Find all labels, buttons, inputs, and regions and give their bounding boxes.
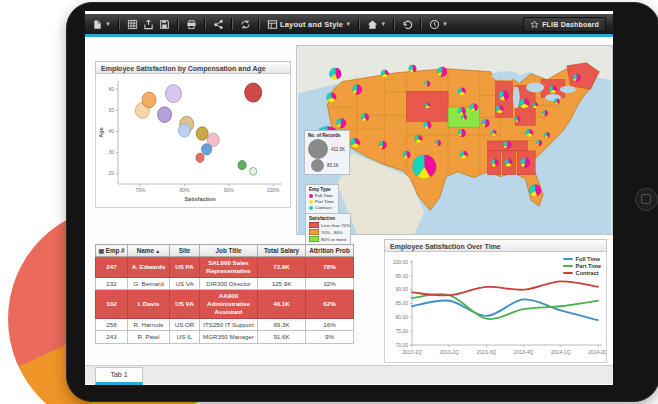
table-cell-emp[interactable]: 258: [96, 318, 128, 331]
legend-swatch: [563, 265, 573, 267]
legend-swatch: [309, 200, 313, 204]
legend-label: Full Time: [576, 256, 600, 262]
table-cell-emp[interactable]: 243: [96, 331, 128, 344]
toolbar-divider: [118, 18, 120, 30]
legend-entry: 80% or more: [309, 236, 347, 242]
table-cell-attrition[interactable]: 32%: [306, 277, 354, 290]
dashboard-name-label: FLIB Dashboard: [542, 21, 599, 28]
bubble-data-point[interactable]: [196, 127, 208, 140]
tablet-device: ▼: [66, 2, 658, 402]
bubble-data-point[interactable]: [165, 85, 181, 103]
undo-button[interactable]: [402, 19, 413, 30]
table-cell-job[interactable]: AA900 Administrative Assistant: [200, 290, 258, 318]
table-cell-salary[interactable]: 91.6K: [258, 331, 306, 344]
table-cell-job[interactable]: SAL600 Sales Representative: [200, 257, 258, 278]
legend-entry: Full Time: [309, 193, 335, 198]
table-cell-salary[interactable]: 46.1K: [258, 290, 306, 318]
table-row[interactable]: 232G. BernardUS VADIR300 Director125.9K3…: [96, 277, 354, 290]
svg-text:95.00: 95.00: [395, 273, 408, 279]
chevron-down-icon: ▼: [442, 21, 448, 27]
table-header-row[interactable]: ▦ Emp #Name ▲SiteJob TitleTotal SalaryAt…: [96, 245, 354, 257]
line-chart-title: Employee Satisfaction Over Time: [384, 239, 607, 252]
table-header-cell[interactable]: ▦ Emp #: [96, 245, 128, 257]
table-cell-name[interactable]: I. Davis: [128, 290, 170, 318]
dashboard-canvas: Employee Satisfaction by Compensation an…: [85, 37, 613, 385]
table-cell-site[interactable]: US PA: [170, 257, 200, 278]
table-cell-salary[interactable]: 69.3K: [258, 318, 306, 331]
svg-text:Satisfaction: Satisfaction: [184, 196, 216, 202]
bubble-data-point[interactable]: [238, 161, 246, 170]
line-series-part-time[interactable]: [412, 294, 598, 319]
table-header-cell[interactable]: Total Salary: [258, 245, 306, 257]
print-button[interactable]: [186, 19, 197, 30]
tab-1[interactable]: Tab 1: [95, 367, 143, 385]
table-cell-site[interactable]: US IL: [170, 331, 200, 344]
table-cell-salary[interactable]: 125.9K: [258, 277, 306, 290]
table-cell-site[interactable]: US VA: [170, 277, 200, 290]
tablet-home-button[interactable]: [635, 188, 658, 211]
bubble-data-point[interactable]: [158, 107, 172, 123]
dashboard-bookmark-button[interactable]: FLIB Dashboard: [523, 17, 606, 32]
table-cell-name[interactable]: R. Harrods: [128, 318, 170, 331]
home-menu[interactable]: ▼: [367, 19, 386, 30]
table-cell-attrition[interactable]: 62%: [306, 290, 354, 318]
line-series-contract[interactable]: [412, 281, 598, 295]
table-cell-name[interactable]: G. Bernard: [128, 277, 170, 290]
size-legend-large-value: 411.5K: [331, 147, 345, 152]
export-button[interactable]: [143, 19, 154, 30]
share-button[interactable]: [213, 19, 224, 30]
bubble-data-point[interactable]: [202, 144, 212, 155]
table-cell-emp[interactable]: 102: [96, 290, 128, 318]
table-cell-attrition[interactable]: 16%: [306, 318, 354, 331]
toolbar-divider: [177, 18, 179, 30]
table-cell-attrition[interactable]: 78%: [306, 257, 354, 278]
table-header-cell[interactable]: Site: [170, 245, 200, 257]
layout-and-style-menu[interactable]: Layout and Style ▼: [267, 19, 351, 30]
employee-table[interactable]: ▦ Emp #Name ▲SiteJob TitleTotal SalaryAt…: [95, 244, 354, 344]
clock-icon: [429, 19, 440, 30]
geo-map-panel[interactable]: No. of Records 411.5K 80.1K Emp Type Ful…: [296, 45, 613, 235]
table-cell-emp[interactable]: 232: [96, 277, 128, 290]
table-header-cell[interactable]: Job Title: [200, 245, 258, 257]
table-cell-job[interactable]: ITS250 IT Support: [200, 318, 258, 331]
bubble-chart[interactable]: 70%80%90%100%2030405060SatisfactionAge: [96, 74, 290, 205]
svg-text:2013-1Q: 2013-1Q: [402, 349, 422, 355]
table-row[interactable]: 243R. PatelUS ILMGR350 Manager91.6K9%: [96, 331, 354, 344]
table-cell-emp[interactable]: 247: [96, 257, 128, 278]
bubble-data-point[interactable]: [245, 83, 262, 102]
table-cell-job[interactable]: MGR350 Manager: [200, 331, 258, 344]
table-cell-name[interactable]: R. Patel: [128, 331, 170, 344]
table-row[interactable]: 247A. EdwardsUS PASAL600 Sales Represent…: [96, 257, 354, 278]
bubble-data-point[interactable]: [142, 92, 156, 108]
size-legend-small-value: 80.1K: [327, 163, 339, 168]
svg-text:30: 30: [108, 149, 114, 155]
history-menu[interactable]: ▼: [429, 19, 448, 30]
table-cell-attrition[interactable]: 9%: [306, 331, 354, 344]
table-cell-name[interactable]: A. Edwards: [128, 257, 170, 278]
bubble-data-point[interactable]: [178, 124, 190, 137]
table-row[interactable]: 102I. DavisUS VAAA900 Administrative Ass…: [96, 290, 354, 318]
table-cell-salary[interactable]: 72.9K: [258, 257, 306, 278]
save-icon: [159, 19, 170, 30]
line-series-full-time[interactable]: [412, 299, 598, 320]
save-button[interactable]: [159, 19, 170, 30]
svg-text:Age: Age: [98, 127, 104, 137]
bubble-data-point[interactable]: [196, 153, 204, 162]
table-header-cell[interactable]: Name ▲: [128, 245, 170, 257]
table-cell-site[interactable]: US OR: [170, 318, 200, 331]
refresh-button[interactable]: [240, 19, 251, 30]
svg-text:2013-3Q: 2013-3Q: [477, 349, 497, 355]
sort-ascending-icon: ▲: [154, 248, 160, 254]
table-row[interactable]: 258R. HarrodsUS ORITS250 IT Support69.3K…: [96, 318, 354, 331]
table-cell-job[interactable]: DIR300 Director: [200, 277, 258, 290]
table-header-cell[interactable]: Attrition Prob: [306, 245, 354, 257]
legend-entry: Part Time: [309, 199, 335, 204]
svg-text:80%: 80%: [179, 187, 190, 193]
refresh-icon: [240, 19, 251, 30]
new-document-button[interactable]: ▼: [92, 19, 111, 30]
grid-view-button[interactable]: [127, 19, 138, 30]
table-cell-site[interactable]: US VA: [170, 290, 200, 318]
printer-icon: [186, 19, 197, 30]
bubble-chart-title: Employee Satisfaction by Compensation an…: [95, 61, 291, 74]
bubble-data-point[interactable]: [250, 167, 257, 175]
